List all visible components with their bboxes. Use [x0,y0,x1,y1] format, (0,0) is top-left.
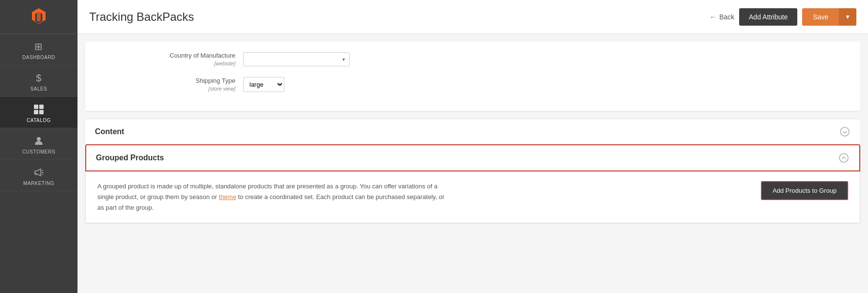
shipping-type-select[interactable]: large small [243,77,284,92]
country-manufacture-label: Country of Manufacture [website] [100,51,235,68]
catalog-box-icon [33,104,44,115]
content-section-toggle [839,126,851,138]
page-title: Tracking BackPacks [89,10,194,24]
add-products-to-group-button[interactable]: Add Products to Group [761,181,848,200]
back-arrow-icon: ← [710,13,716,21]
shipping-type-select-wrapper: large small [243,77,284,92]
sidebar-item-marketing[interactable]: MARKETING [0,160,78,191]
sidebar-item-customers[interactable]: CUSTOMERS [0,128,78,160]
content-area: Country of Manufacture [website] [78,34,868,293]
save-button-group: Save ▼ [802,8,856,26]
country-manufacture-control [243,52,350,66]
country-manufacture-row: Country of Manufacture [website] [100,51,846,68]
sidebar-item-catalog[interactable]: CATALOG [0,97,78,128]
customers-icon [33,135,45,147]
content-section-title: Content [95,127,124,136]
svg-marker-2 [37,12,41,22]
save-button[interactable]: Save [802,8,839,26]
sidebar-item-label: CUSTOMERS [22,149,55,154]
grouped-products-title: Grouped Products [96,154,164,162]
grouped-toggle [838,152,850,164]
chevron-down-icon [839,126,850,137]
sidebar-item-label: SALES [31,86,47,92]
shipping-type-label-text: Shipping Type [196,77,235,84]
svg-rect-4 [39,105,44,109]
svg-line-8 [42,170,43,171]
grouped-description-link[interactable]: theme [219,193,236,200]
dropdown-arrow-icon: ▼ [845,14,851,20]
chevron-up-icon [838,153,849,163]
sales-icon: $ [33,72,45,84]
page-header: Tracking BackPacks ← Back Add Attribute … [78,0,868,34]
sidebar-item-label: CATALOG [27,118,51,123]
sidebar-item-label: MARKETING [23,181,54,186]
back-link[interactable]: ← Back [710,13,734,21]
country-manufacture-select[interactable] [243,52,350,66]
country-manufacture-select-wrapper [243,52,350,66]
country-manufacture-label-text: Country of Manufacture [170,52,235,59]
grouped-products-body: A grouped product is made up of multiple… [85,171,860,223]
marketing-megaphone-icon [33,167,44,178]
svg-rect-5 [34,110,38,114]
header-actions: ← Back Add Attribute Save ▼ [710,8,856,26]
magento-logo-icon [28,6,49,28]
svg-rect-3 [34,105,38,109]
marketing-icon [33,167,45,178]
sidebar-item-sales[interactable]: $ SALES [0,65,78,97]
form-fields: Country of Manufacture [website] [85,42,860,111]
sidebar: ⊞ DASHBOARD $ SALES CATALOG CUSTOMERS [0,0,78,293]
grouped-products-section: Grouped Products A grouped product is ma… [85,144,860,223]
shipping-type-label: Shipping Type [store view] [100,77,235,93]
grouped-products-header[interactable]: Grouped Products [85,144,860,171]
back-label: Back [719,13,734,21]
svg-line-10 [42,174,43,175]
catalog-icon [33,104,45,115]
svg-point-7 [37,137,41,141]
shipping-type-row: Shipping Type [store view] large small [100,77,846,93]
save-dropdown-button[interactable]: ▼ [839,8,856,26]
grouped-products-description: A grouped product is made up of multiple… [97,181,446,213]
shipping-type-scope: [store view] [100,85,235,93]
sidebar-item-label: DASHBOARD [22,55,55,60]
form-section: Country of Manufacture [website] [85,42,860,111]
content-section: Content [85,119,860,144]
shipping-type-control: large small [243,77,284,92]
svg-point-12 [839,154,848,162]
main-content: Tracking BackPacks ← Back Add Attribute … [78,0,868,293]
svg-rect-6 [39,110,44,114]
sidebar-item-dashboard[interactable]: ⊞ DASHBOARD [0,34,78,65]
dashboard-icon: ⊞ [33,41,45,52]
customers-person-icon [33,136,44,146]
add-attribute-button[interactable]: Add Attribute [739,8,797,26]
svg-point-11 [840,127,849,136]
country-manufacture-scope: [website] [100,60,235,67]
content-section-header[interactable]: Content [85,119,860,144]
sidebar-logo [0,0,78,34]
